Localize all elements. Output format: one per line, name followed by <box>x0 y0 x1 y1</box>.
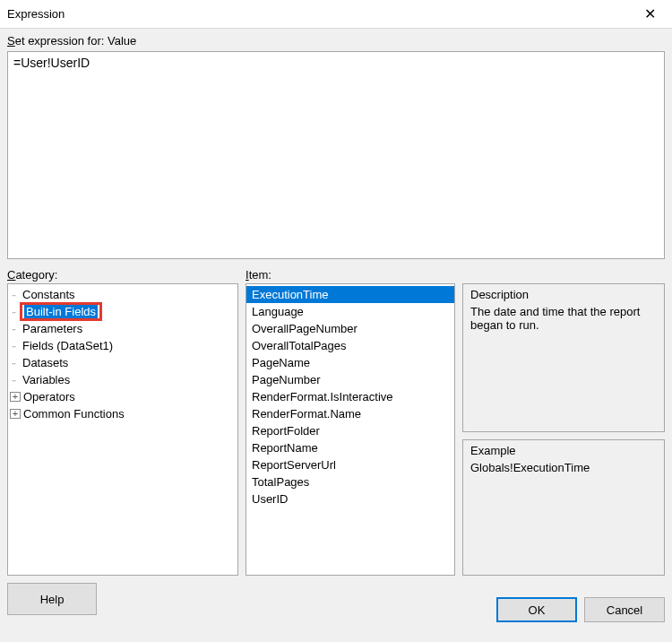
category-tree-item-label: Datasets <box>22 356 68 369</box>
item-panel[interactable]: ExecutionTimeLanguageOverallPageNumberOv… <box>246 283 455 576</box>
tree-connector-icon: ·· <box>10 341 22 351</box>
item-list-item[interactable]: UserID <box>246 490 454 508</box>
category-tree-item[interactable]: +Operators <box>8 388 237 405</box>
dialog-content: Set expression for: Value =User!UserID C… <box>0 29 672 642</box>
example-box: Example Globals!ExecutionTime <box>462 439 665 576</box>
close-icon[interactable]: ✕ <box>637 4 663 25</box>
expression-textarea[interactable]: =User!UserID <box>7 51 665 259</box>
tree-connector-icon: ·· <box>10 290 22 300</box>
category-tree-item-label: Variables <box>22 373 70 386</box>
item-list-item[interactable]: OverallPageNumber <box>246 320 454 337</box>
expand-icon[interactable]: + <box>10 409 21 419</box>
item-list-item[interactable]: ReportFolder <box>246 422 454 439</box>
category-label: Category: <box>7 268 238 282</box>
item-list-item[interactable]: PageName <box>246 354 454 371</box>
item-list-item[interactable]: ExecutionTime <box>246 286 454 303</box>
window-title: Expression <box>7 7 65 21</box>
tree-connector-icon: ·· <box>10 324 22 334</box>
category-tree-item[interactable]: ··Parameters <box>8 320 237 337</box>
title-bar: Expression ✕ <box>0 0 672 29</box>
tree-connector-icon: ·· <box>10 358 22 369</box>
item-list-item[interactable]: OverallTotalPages <box>246 337 454 354</box>
item-list-item[interactable]: ReportName <box>246 439 454 456</box>
category-tree-item-label: Operators <box>23 390 75 403</box>
description-text: The date and time that the report began … <box>470 305 657 332</box>
category-tree-item-label: Fields (DataSet1) <box>22 339 113 352</box>
example-text: Globals!ExecutionTime <box>470 461 657 474</box>
description-box: Description The date and time that the r… <box>462 283 665 432</box>
item-list-item[interactable]: RenderFormat.IsInteractive <box>246 388 454 405</box>
category-tree-item[interactable]: ··Constants <box>8 286 237 303</box>
item-list-item[interactable]: Language <box>246 303 454 320</box>
category-tree-item-label: Parameters <box>22 322 82 335</box>
mid-labels: Category: Item: <box>7 268 665 282</box>
category-tree-item[interactable]: ··Fields (DataSet1) <box>8 337 237 354</box>
panels-row: ··Constants ··Built-in Fields ··Paramete… <box>7 283 665 576</box>
category-tree-item[interactable]: ··Variables <box>8 371 237 388</box>
example-heading: Example <box>470 444 657 457</box>
item-list-item[interactable]: PageNumber <box>246 371 454 388</box>
item-list-item[interactable]: TotalPages <box>246 473 454 490</box>
item-label: Item: <box>246 268 455 282</box>
category-tree-item[interactable]: ··Datasets <box>8 354 237 371</box>
set-expression-label: Set expression for: Value <box>7 34 665 48</box>
expression-text: =User!UserID <box>13 56 90 70</box>
description-heading: Description <box>470 288 657 301</box>
category-tree-item[interactable]: ··Built-in Fields <box>8 303 237 320</box>
category-tree-item-label: Constants <box>22 288 75 301</box>
button-row: Help OK Cancel <box>7 576 665 629</box>
right-column: Description The date and time that the r… <box>462 283 665 576</box>
ok-button[interactable]: OK <box>496 597 577 622</box>
tree-connector-icon: ·· <box>10 375 22 386</box>
category-tree-item-label: Common Functions <box>23 407 125 421</box>
help-button[interactable]: Help <box>7 583 97 615</box>
item-list-item[interactable]: ReportServerUrl <box>246 456 454 473</box>
category-tree-item-label: Built-in Fields <box>24 305 98 318</box>
expand-icon[interactable]: + <box>10 392 21 402</box>
category-tree-item[interactable]: +Common Functions <box>8 405 237 422</box>
category-panel[interactable]: ··Constants ··Built-in Fields ··Paramete… <box>7 283 238 576</box>
item-list-item[interactable]: RenderFormat.Name <box>246 405 454 422</box>
cancel-button[interactable]: Cancel <box>584 597 665 622</box>
